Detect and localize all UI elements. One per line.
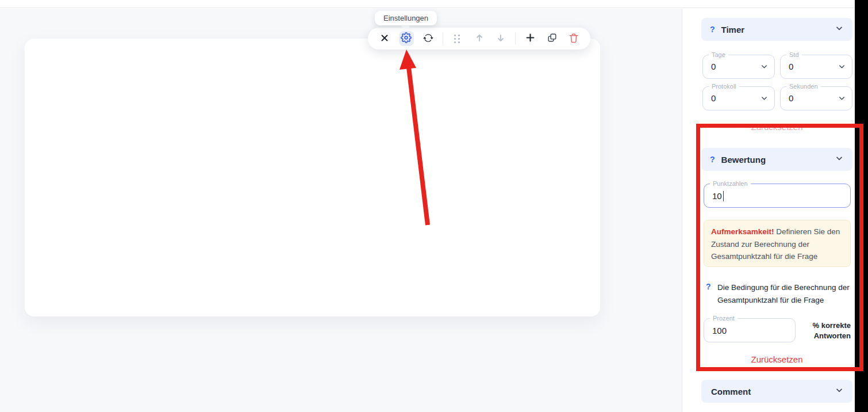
move-up-button[interactable] — [472, 31, 487, 46]
warning-title: Aufmerksamkeit! — [711, 227, 774, 236]
rating-reset-link[interactable]: Zurücksetzen — [701, 354, 852, 364]
close-button[interactable] — [377, 31, 392, 46]
timer-title: Timer — [721, 25, 828, 35]
toolbar-divider — [515, 32, 516, 45]
sync-icon — [423, 33, 433, 45]
timer-section-header[interactable]: ? Timer — [701, 18, 852, 41]
add-question-button[interactable] — [523, 31, 537, 46]
rating-section-header[interactable]: ? Bewertung — [701, 148, 852, 171]
chevron-down-icon — [760, 62, 769, 73]
move-down-button[interactable] — [493, 31, 508, 46]
percent-input[interactable] — [712, 320, 776, 341]
points-input[interactable] — [712, 185, 815, 206]
chevron-down-icon — [760, 94, 769, 105]
field-label: Std — [786, 51, 802, 58]
question-toolbar — [368, 28, 590, 49]
field-value: 0 — [789, 62, 793, 71]
toolbar-divider — [443, 32, 443, 45]
reset-question-button[interactable] — [421, 31, 436, 46]
settings-button[interactable] — [399, 31, 414, 46]
arrow-up-icon — [475, 33, 484, 44]
arrow-down-icon — [496, 33, 505, 44]
comment-title: Comment — [710, 387, 828, 396]
copy-icon — [547, 32, 558, 45]
rating-title: Bewertung — [721, 155, 828, 165]
question-card — [25, 39, 600, 316]
close-icon — [380, 33, 389, 44]
plus-icon — [525, 33, 535, 44]
field-label: Tage — [709, 51, 728, 58]
timer-hours-select[interactable]: Std 0 — [780, 55, 852, 79]
drag-dots-icon — [454, 35, 460, 43]
timer-reset-link[interactable]: Zurücksetzen — [701, 122, 852, 132]
help-icon: ? — [710, 25, 715, 34]
field-label: Protokoll — [709, 83, 739, 90]
field-value: 0 — [711, 62, 716, 71]
gear-icon — [401, 32, 412, 45]
timer-minutes-select[interactable]: Protokoll 0 — [702, 86, 775, 110]
chevron-down-icon — [835, 154, 844, 165]
percent-suffix-label: % korrekte Antworten — [804, 321, 851, 341]
field-label: Sekunden — [786, 83, 821, 90]
top-bar — [0, 0, 868, 8]
delete-question-button[interactable] — [566, 31, 581, 46]
chevron-down-icon — [835, 24, 844, 35]
chevron-down-icon — [835, 386, 844, 397]
points-field[interactable]: Punktzahlen — [704, 184, 851, 208]
warning-box: Aufmerksamkeit! Definieren Sie den Zusta… — [704, 220, 851, 267]
comment-section-header[interactable]: Comment — [701, 380, 852, 403]
text-caret — [723, 191, 724, 201]
trash-red-icon — [568, 32, 579, 45]
percent-field[interactable]: Prozent — [704, 318, 796, 342]
chevron-down-icon — [838, 94, 846, 105]
chevron-down-icon — [838, 62, 846, 73]
field-value: 0 — [711, 93, 716, 103]
field-value: 0 — [789, 93, 793, 103]
timer-seconds-select[interactable]: Sekunden 0 — [780, 86, 852, 110]
drag-question-button[interactable] — [450, 31, 465, 46]
duplicate-button[interactable] — [544, 31, 559, 46]
timer-days-select[interactable]: Tage 0 — [702, 55, 775, 79]
condition-text: Die Bedingung für die Berechnung der Ges… — [717, 281, 854, 307]
settings-tooltip: Einstellungen — [375, 11, 437, 25]
right-black-strip — [855, 0, 868, 412]
help-icon: ? — [706, 282, 711, 291]
help-icon: ? — [710, 155, 715, 164]
